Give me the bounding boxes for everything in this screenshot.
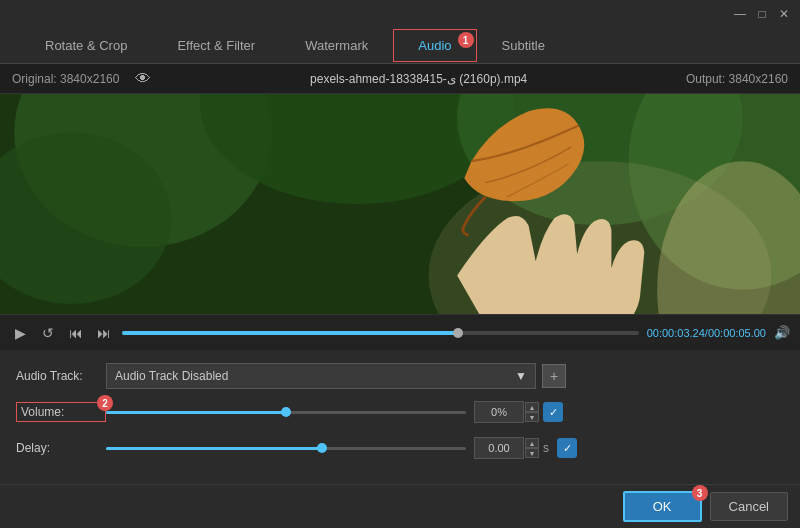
tab-rotate-crop[interactable]: Rotate & Crop: [20, 29, 152, 62]
eye-icon[interactable]: 👁: [135, 70, 151, 88]
controls-bar: ▶ ↺ ⏮ ⏭ 00:00:03.24/00:00:05.00 🔊: [0, 314, 800, 350]
volume-row: Volume: 2 0% ▲ ▼ ✓: [16, 398, 784, 426]
delay-slider-thumb[interactable]: [317, 443, 327, 453]
tab-bar: Rotate & Crop Effect & Filter Watermark …: [0, 28, 800, 64]
progress-thumb[interactable]: [453, 328, 463, 338]
ok-badge: 3: [692, 485, 708, 501]
audio-track-dropdown[interactable]: Audio Track Disabled ▼: [106, 363, 536, 389]
audio-track-row: Audio Track: Audio Track Disabled ▼ +: [16, 362, 784, 390]
volume-spin-arrows: ▲ ▼: [525, 402, 539, 422]
volume-badge: 2: [97, 395, 113, 411]
filename-label: pexels-ahmed-ى-18338415 (2160p).mp4: [310, 72, 527, 86]
close-button[interactable]: ✕: [776, 6, 792, 22]
delay-row: Delay: 0.00 ▲ ▼ s ✓: [16, 434, 784, 462]
footer: OK 3 Cancel: [0, 484, 800, 528]
volume-slider-container: [106, 411, 466, 414]
volume-check-button[interactable]: ✓: [543, 402, 563, 422]
delay-suffix: s: [543, 441, 549, 455]
next-button[interactable]: ⏭: [94, 323, 114, 343]
add-audio-track-button[interactable]: +: [542, 364, 566, 388]
ok-button[interactable]: OK 3: [623, 491, 702, 522]
replay-button[interactable]: ↺: [38, 323, 58, 343]
volume-slider[interactable]: [106, 411, 466, 414]
video-thumbnail: [0, 94, 800, 314]
audio-track-label: Audio Track:: [16, 369, 106, 383]
info-bar: Original: 3840x2160 👁 pexels-ahmed-ى-183…: [0, 64, 800, 94]
time-display: 00:00:03.24/00:00:05.00: [647, 327, 766, 339]
progress-fill: [122, 331, 458, 335]
prev-button[interactable]: ⏮: [66, 323, 86, 343]
settings-panel: Audio Track: Audio Track Disabled ▼ + Vo…: [0, 350, 800, 482]
delay-slider-fill: [106, 447, 322, 450]
maximize-button[interactable]: □: [754, 6, 770, 22]
delay-spin-up[interactable]: ▲: [525, 438, 539, 448]
delay-slider-container: [106, 447, 466, 450]
delay-spin-down[interactable]: ▼: [525, 448, 539, 458]
output-resolution-label: Output: 3840x2160: [686, 72, 788, 86]
tab-effect-filter[interactable]: Effect & Filter: [152, 29, 280, 62]
cancel-button[interactable]: Cancel: [710, 492, 788, 521]
video-frame-svg: [0, 94, 800, 314]
volume-spin-down[interactable]: ▼: [525, 412, 539, 422]
volume-spin-up[interactable]: ▲: [525, 402, 539, 412]
tab-audio[interactable]: Audio 1: [393, 29, 476, 62]
delay-spin-arrows: ▲ ▼: [525, 438, 539, 458]
volume-slider-thumb[interactable]: [281, 407, 291, 417]
volume-icon[interactable]: 🔊: [774, 325, 790, 340]
volume-slider-fill: [106, 411, 286, 414]
volume-label: Volume: 2: [16, 402, 106, 422]
progress-bar[interactable]: [122, 331, 639, 335]
delay-check-button[interactable]: ✓: [557, 438, 577, 458]
minimize-button[interactable]: —: [732, 6, 748, 22]
video-preview: [0, 94, 800, 314]
title-bar: — □ ✕: [0, 0, 800, 28]
play-button[interactable]: ▶: [10, 323, 30, 343]
original-resolution-label: Original: 3840x2160: [12, 72, 119, 86]
delay-label: Delay:: [16, 441, 106, 455]
tab-watermark[interactable]: Watermark: [280, 29, 393, 62]
volume-spinbox[interactable]: 0%: [474, 401, 524, 423]
delay-spinbox[interactable]: 0.00: [474, 437, 524, 459]
delay-slider[interactable]: [106, 447, 466, 450]
tab-subtitle[interactable]: Subtitle: [477, 29, 570, 62]
tab-audio-badge: 1: [458, 32, 474, 48]
